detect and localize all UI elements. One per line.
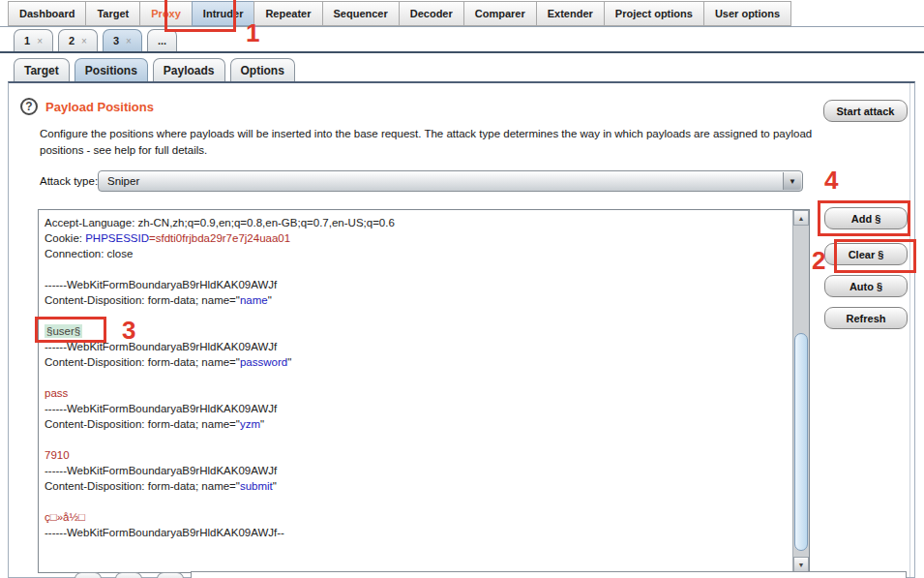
tab-intruder-options[interactable]: Options: [230, 58, 295, 81]
request-text-segment: password: [240, 356, 287, 368]
bottom-toolbar-button[interactable]: [75, 572, 102, 578]
request-line: Content-Disposition: form-data; name="su…: [45, 478, 787, 494]
request-text-segment: =sfdti0frjbda29r7e7j24uaa01: [149, 232, 290, 244]
request-line: Accept-Language: zh-CN,zh;q=0.9,en;q=0.8…: [45, 215, 787, 230]
close-tab-icon[interactable]: ×: [126, 36, 132, 46]
tab-intruder-target[interactable]: Target: [14, 58, 70, 81]
request-text-segment: Cookie:: [45, 232, 85, 244]
add-marker-button[interactable]: Add §: [824, 207, 908, 229]
attack-tab-label: ...: [158, 35, 166, 46]
positions-panel: ? Payload Positions Start attack Configu…: [8, 81, 915, 578]
help-icon[interactable]: ?: [20, 98, 38, 115]
request-line: ------WebKitFormBoundaryaB9rHldKAK09AWJf: [45, 401, 787, 416]
request-line: 7910: [45, 447, 787, 463]
tab-comparer[interactable]: Comparer: [463, 1, 537, 26]
attack-type-label: Attack type:: [40, 175, 98, 187]
burp-intruder-window: Dashboard Target Proxy Intruder Repeater…: [0, 0, 924, 578]
tab-intruder-positions[interactable]: Positions: [75, 58, 148, 81]
request-line: §user§: [45, 323, 787, 339]
chevron-down-icon[interactable]: ▼: [783, 172, 801, 190]
start-attack-button[interactable]: Start attack: [823, 100, 908, 122]
page-title: Payload Positions: [45, 100, 154, 114]
request-text-segment: ç□»å½□: [45, 511, 85, 523]
request-line: Content-Disposition: form-data; name="pa…: [45, 354, 787, 370]
attack-tab-label: 2: [69, 35, 75, 46]
request-text-segment: Content-Disposition: form-data; name=": [45, 418, 240, 430]
attack-tab-bar: 1 × 2 × 3 × ...: [0, 28, 924, 53]
close-tab-icon[interactable]: ×: [81, 36, 87, 46]
request-text-segment: ------WebKitFormBoundaryaB9rHldKAK09AWJf: [45, 403, 277, 414]
request-text-segment: yzm: [240, 418, 260, 430]
request-text-segment: ": [273, 480, 277, 492]
request-line: Content-Disposition: form-data; name="na…: [45, 292, 787, 308]
request-line: [45, 261, 787, 277]
auto-markers-button[interactable]: Auto §: [824, 275, 908, 297]
request-line: Content-Disposition: form-data; name="yz…: [45, 416, 787, 432]
tab-sequencer[interactable]: Sequencer: [322, 1, 400, 26]
scroll-down-icon[interactable]: ▼: [793, 557, 809, 572]
close-tab-icon[interactable]: ×: [37, 36, 43, 46]
description-line-1: Configure the positions where payloads w…: [40, 128, 812, 139]
payload-position-marker: §user§: [45, 324, 82, 338]
request-line: ------WebKitFormBoundaryaB9rHldKAK09AWJf: [45, 339, 787, 354]
attack-tab-1[interactable]: 1 ×: [14, 29, 53, 51]
request-text-segment: Content-Disposition: form-data; name=": [45, 480, 240, 492]
attack-tab-2[interactable]: 2 ×: [58, 29, 98, 51]
request-text-segment: Content-Disposition: form-data; name=": [45, 294, 240, 306]
editor-scrollbar[interactable]: ▲ ▼: [792, 210, 809, 572]
search-input[interactable]: [191, 571, 907, 578]
request-editor-text[interactable]: Accept-Language: zh-CN,zh;q=0.9,en;q=0.8…: [39, 210, 792, 572]
scroll-up-icon[interactable]: ▲: [793, 210, 809, 226]
request-text-segment: Content-Disposition: form-data; name=": [45, 356, 240, 368]
request-line: Cookie: PHPSESSID=sfdti0frjbda29r7e7j24u…: [45, 230, 787, 246]
tab-intruder-payloads[interactable]: Payloads: [153, 58, 225, 81]
attack-tab-label: 1: [24, 35, 30, 46]
request-text-segment: Accept-Language: zh-CN,zh;q=0.9,en;q=0.8…: [45, 217, 395, 228]
tab-dashboard[interactable]: Dashboard: [8, 1, 86, 26]
tab-proxy[interactable]: Proxy: [139, 1, 193, 26]
tab-extender[interactable]: Extender: [536, 1, 605, 26]
tab-user-options[interactable]: User options: [703, 1, 791, 26]
attack-tab-more[interactable]: ...: [147, 29, 177, 51]
request-text-segment: ------WebKitFormBoundaryaB9rHldKAK09AWJf: [45, 465, 277, 476]
clear-markers-button[interactable]: Clear §: [824, 243, 908, 265]
attack-tab-label: 3: [113, 35, 119, 46]
request-text-segment: ": [268, 294, 272, 306]
tab-repeater[interactable]: Repeater: [253, 1, 322, 26]
request-line: ------WebKitFormBoundaryaB9rHldKAK09AWJf: [45, 277, 787, 292]
attack-type-value: Sniper: [107, 175, 139, 187]
request-text-segment: pass: [45, 387, 68, 399]
bottom-toolbar-button[interactable]: [115, 572, 142, 578]
attack-tab-3[interactable]: 3 ×: [103, 29, 142, 51]
panel-divider: [909, 83, 910, 577]
request-text-segment: ------WebKitFormBoundaryaB9rHldKAK09AWJf…: [45, 527, 284, 538]
attack-type-dropdown[interactable]: Sniper ▼: [98, 170, 803, 192]
request-text-segment: PHPSESSID: [85, 232, 149, 244]
main-tab-bar: Dashboard Target Proxy Intruder Repeater…: [0, 0, 924, 27]
request-line: ------WebKitFormBoundaryaB9rHldKAK09AWJf…: [45, 525, 787, 540]
request-line: ------WebKitFormBoundaryaB9rHldKAK09AWJf: [45, 463, 787, 478]
request-editor[interactable]: Accept-Language: zh-CN,zh;q=0.9,en;q=0.8…: [38, 209, 810, 573]
request-line: pass: [45, 385, 787, 401]
bottom-toolbar-button[interactable]: [157, 572, 184, 578]
request-text-segment: 7910: [45, 449, 70, 461]
request-line: Connection: close: [45, 246, 787, 261]
annotation-number-4: 4: [824, 166, 838, 196]
request-text-segment: ": [260, 418, 264, 430]
tab-target[interactable]: Target: [85, 1, 140, 26]
request-text-segment: name: [240, 294, 268, 306]
request-text-segment: ------WebKitFormBoundaryaB9rHldKAK09AWJf: [45, 279, 277, 290]
request-text-segment: submit: [240, 480, 273, 492]
request-text-segment: Connection: close: [45, 248, 133, 259]
description-line-2: positions - see help for full details.: [40, 144, 207, 156]
request-line: [45, 494, 787, 509]
request-line: ç□»å½□: [45, 509, 787, 525]
tab-decoder[interactable]: Decoder: [399, 1, 464, 26]
request-line: [45, 370, 787, 385]
tab-project-options[interactable]: Project options: [604, 1, 704, 26]
request-line: [45, 308, 787, 323]
scrollbar-thumb[interactable]: [794, 333, 808, 551]
refresh-button[interactable]: Refresh: [824, 307, 908, 329]
request-text-segment: ": [287, 356, 291, 368]
tab-intruder[interactable]: Intruder: [192, 1, 255, 26]
